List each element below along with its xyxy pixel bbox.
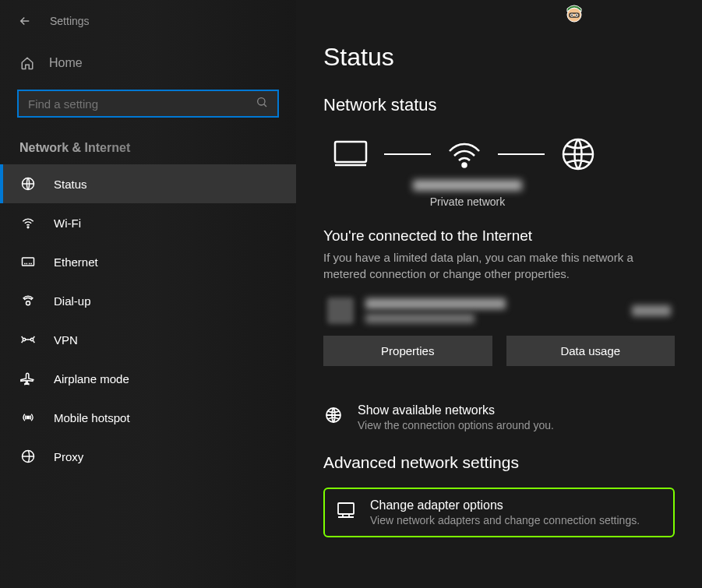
svg-rect-7	[23, 258, 34, 266]
section-title: Network & Internet	[0, 135, 296, 164]
sidebar: Settings Home Network & Internet Status	[0, 0, 296, 588]
page-title: Status	[323, 43, 675, 72]
link-desc: View the connection options around you.	[358, 419, 554, 431]
svg-point-9	[23, 338, 25, 340]
network-diagram	[323, 135, 675, 174]
svg-rect-17	[338, 503, 354, 514]
link-title: Change adapter options	[370, 498, 640, 512]
status-heading: Network status	[323, 95, 675, 115]
sidebar-item-wifi[interactable]: Wi-Fi	[0, 203, 296, 242]
connected-desc: If you have a limited data plan, you can…	[323, 249, 675, 282]
search-icon	[256, 96, 268, 111]
wifi-icon	[19, 214, 37, 231]
sidebar-item-ethernet[interactable]: Ethernet	[0, 242, 296, 281]
detail-title-blurred	[365, 298, 506, 309]
show-available-networks[interactable]: Show available networks View the connect…	[323, 397, 675, 438]
search-input[interactable]	[28, 97, 256, 111]
network-detail-row	[323, 298, 675, 324]
advanced-heading: Advanced network settings	[323, 453, 675, 472]
connected-heading: You're connected to the Internet	[323, 227, 675, 245]
network-type: Private network	[405, 195, 530, 208]
sidebar-item-label: Mobile hotspot	[54, 411, 130, 424]
wifi-signal-icon	[327, 298, 354, 324]
svg-point-14	[463, 164, 467, 167]
data-usage-button[interactable]: Data usage	[506, 336, 676, 366]
svg-point-8	[26, 301, 30, 305]
detail-sub-blurred	[365, 314, 474, 323]
sidebar-item-label: Status	[54, 178, 87, 191]
sidebar-item-label: Ethernet	[54, 255, 98, 269]
globe-icon	[323, 405, 344, 425]
svg-point-3	[576, 14, 578, 16]
globe-icon	[19, 175, 37, 192]
proxy-icon	[19, 448, 37, 465]
search-box[interactable]	[17, 90, 279, 118]
link-desc: View network adapters and change connect…	[370, 514, 640, 526]
ethernet-icon	[19, 253, 37, 270]
svg-point-4	[258, 98, 265, 105]
computer-icon	[331, 135, 370, 174]
airplane-icon	[19, 370, 37, 387]
sidebar-item-airplane[interactable]: Airplane mode	[0, 359, 296, 398]
adapter-icon	[336, 500, 356, 520]
home-icon	[19, 55, 35, 71]
svg-point-6	[27, 227, 29, 228]
back-button[interactable]	[16, 12, 34, 30]
sidebar-item-status[interactable]: Status	[0, 164, 296, 203]
detail-value-blurred	[632, 305, 671, 316]
avatar	[561, 4, 587, 30]
sidebar-item-dialup[interactable]: Dial-up	[0, 281, 296, 320]
wifi-diagram-icon	[445, 135, 484, 174]
globe-diagram-icon	[559, 135, 598, 174]
change-adapter-options[interactable]: Change adapter options View network adap…	[323, 488, 675, 537]
main-content: Status Network status Private network Yo…	[296, 0, 702, 588]
svg-rect-13	[335, 142, 366, 162]
app-title: Settings	[50, 15, 90, 27]
home-label: Home	[49, 56, 83, 70]
svg-point-2	[571, 14, 573, 16]
sidebar-item-label: VPN	[54, 333, 78, 347]
svg-point-10	[30, 338, 33, 340]
sidebar-item-label: Proxy	[54, 450, 83, 463]
diagram-line	[498, 153, 545, 155]
sidebar-item-hotspot[interactable]: Mobile hotspot	[0, 398, 296, 437]
link-title: Show available networks	[358, 403, 554, 417]
ssid-blurred	[413, 180, 522, 191]
sidebar-item-label: Wi-Fi	[54, 217, 81, 230]
properties-button[interactable]: Properties	[323, 336, 492, 366]
vpn-icon	[19, 331, 37, 348]
hotspot-icon	[19, 409, 37, 426]
sidebar-item-label: Airplane mode	[54, 372, 129, 386]
sidebar-item-label: Dial-up	[54, 294, 91, 308]
sidebar-item-vpn[interactable]: VPN	[0, 320, 296, 359]
diagram-line	[384, 153, 431, 155]
network-ssid-block: Private network	[405, 180, 530, 208]
sidebar-item-proxy[interactable]: Proxy	[0, 437, 296, 476]
dialup-icon	[19, 292, 37, 309]
svg-point-11	[26, 416, 29, 418]
home-nav[interactable]: Home	[0, 46, 296, 80]
